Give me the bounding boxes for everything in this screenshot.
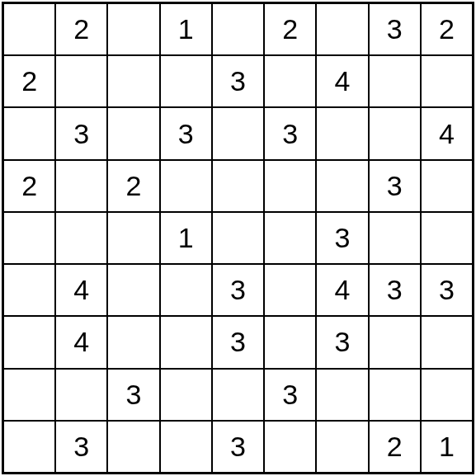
puzzle-grid: 2 1 2 3 2 2 3 4 3 3 3 4 2 2 3 1 3 4 3 4 … (2, 2, 474, 474)
grid-cell[interactable] (421, 160, 473, 212)
grid-cell[interactable]: 2 (421, 3, 473, 55)
grid-cell[interactable] (369, 212, 421, 264)
grid-cell[interactable] (212, 212, 264, 264)
grid-cell[interactable]: 4 (316, 55, 368, 107)
grid-cell[interactable] (316, 421, 368, 473)
grid-cell[interactable]: 2 (3, 160, 55, 212)
grid-cell[interactable]: 3 (369, 264, 421, 316)
grid-cell[interactable] (160, 160, 212, 212)
grid-cell[interactable] (3, 316, 55, 368)
grid-cell[interactable] (212, 160, 264, 212)
grid-cell[interactable]: 2 (369, 421, 421, 473)
grid-cell[interactable]: 1 (160, 212, 212, 264)
grid-cell[interactable]: 3 (212, 55, 264, 107)
grid-cell[interactable] (212, 369, 264, 421)
grid-cell[interactable] (55, 369, 107, 421)
grid-cell[interactable] (160, 421, 212, 473)
grid-cell[interactable] (264, 316, 316, 368)
grid-cell[interactable]: 2 (107, 160, 159, 212)
grid-cell[interactable]: 3 (264, 107, 316, 159)
grid-cell[interactable]: 4 (55, 316, 107, 368)
grid-cell[interactable]: 2 (3, 55, 55, 107)
grid-cell[interactable]: 2 (55, 3, 107, 55)
grid-cell[interactable] (3, 212, 55, 264)
grid-cell[interactable] (316, 369, 368, 421)
grid-cell[interactable] (421, 369, 473, 421)
grid-cell[interactable] (55, 160, 107, 212)
grid-cell[interactable] (369, 55, 421, 107)
grid-cell[interactable]: 3 (369, 3, 421, 55)
grid-cell[interactable] (3, 264, 55, 316)
grid-cell[interactable]: 2 (264, 3, 316, 55)
grid-cell[interactable] (369, 107, 421, 159)
grid-cell[interactable] (3, 107, 55, 159)
grid-cell[interactable] (264, 55, 316, 107)
grid-cell[interactable]: 3 (316, 212, 368, 264)
grid-cell[interactable] (212, 3, 264, 55)
grid-cell[interactable] (421, 55, 473, 107)
grid-cell[interactable]: 3 (316, 316, 368, 368)
grid-cell[interactable] (160, 55, 212, 107)
grid-cell[interactable] (160, 316, 212, 368)
grid-cell[interactable] (264, 160, 316, 212)
grid-cell[interactable]: 3 (264, 369, 316, 421)
grid-cell[interactable]: 3 (160, 107, 212, 159)
grid-cell[interactable] (160, 369, 212, 421)
grid-cell[interactable]: 3 (212, 316, 264, 368)
grid-cell[interactable] (316, 107, 368, 159)
grid-cell[interactable] (3, 369, 55, 421)
grid-cell[interactable] (369, 369, 421, 421)
grid-cell[interactable] (107, 107, 159, 159)
grid-cell[interactable] (107, 421, 159, 473)
grid-cell[interactable] (3, 421, 55, 473)
grid-cell[interactable] (264, 264, 316, 316)
grid-cell[interactable]: 1 (421, 421, 473, 473)
grid-cell[interactable]: 4 (55, 264, 107, 316)
grid-cell[interactable]: 3 (212, 264, 264, 316)
grid-cell[interactable] (107, 264, 159, 316)
grid-cell[interactable]: 3 (421, 264, 473, 316)
grid-cell[interactable] (264, 421, 316, 473)
grid-cell[interactable] (421, 316, 473, 368)
grid-cell[interactable] (3, 3, 55, 55)
grid-cell[interactable] (316, 3, 368, 55)
grid-cell[interactable]: 3 (55, 421, 107, 473)
grid-cell[interactable] (264, 212, 316, 264)
grid-cell[interactable] (107, 3, 159, 55)
grid-cell[interactable]: 1 (160, 3, 212, 55)
grid-cell[interactable] (160, 264, 212, 316)
grid-cell[interactable] (55, 55, 107, 107)
grid-cell[interactable] (55, 212, 107, 264)
grid-cell[interactable] (369, 316, 421, 368)
grid-cell[interactable] (107, 55, 159, 107)
grid-cell[interactable] (107, 316, 159, 368)
grid-cell[interactable] (421, 212, 473, 264)
grid-cell[interactable]: 4 (316, 264, 368, 316)
grid-cell[interactable]: 4 (421, 107, 473, 159)
grid-cell[interactable] (212, 107, 264, 159)
grid-cell[interactable] (316, 160, 368, 212)
grid-cell[interactable]: 3 (107, 369, 159, 421)
grid-cell[interactable] (107, 212, 159, 264)
grid-cell[interactable]: 3 (212, 421, 264, 473)
grid-cell[interactable]: 3 (55, 107, 107, 159)
grid-cell[interactable]: 3 (369, 160, 421, 212)
